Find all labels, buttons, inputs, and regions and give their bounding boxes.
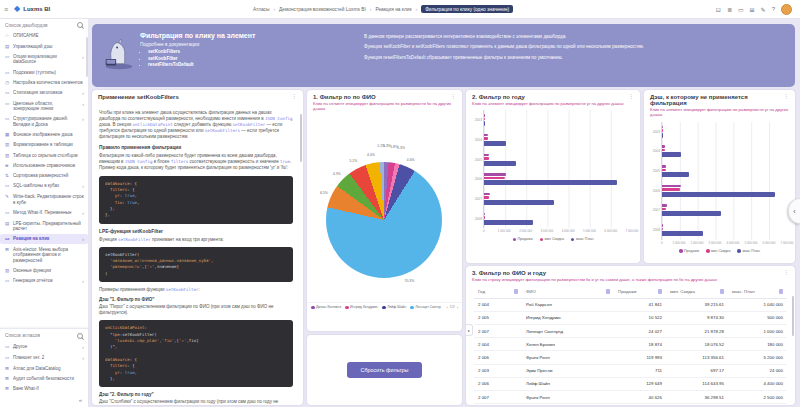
column-filter-icon[interactable] <box>658 289 663 294</box>
bar-2[interactable] <box>662 129 663 132</box>
bar-3[interactable] <box>484 141 506 146</box>
column-filter-icon[interactable] <box>720 289 725 294</box>
breadcrumb-item[interactable]: Реакция на клик <box>375 7 411 12</box>
table-row[interactable]: 2 006Фрэнк Ролл119 993113 356.615 200 00… <box>474 351 787 364</box>
sidebar-item[interactable]: ▦Фоновое изображение дэша <box>0 130 88 140</box>
table-row[interactable]: 2 007Фрэнк Ролл40 62636 298.512 500 000 <box>474 391 787 404</box>
bar-2[interactable] <box>662 208 666 211</box>
legend-item[interactable]: Ингрид Хендрикс <box>345 305 378 309</box>
sidebar-item[interactable]: ▥Таблица со скрытым столбцом <box>0 150 88 160</box>
pager-next-icon[interactable]: › <box>457 305 458 310</box>
bar-1[interactable] <box>662 126 663 129</box>
bar-3[interactable] <box>484 121 485 126</box>
legend-item[interactable]: Леннарт Скоглу <box>410 305 441 309</box>
bar-3[interactable] <box>662 152 681 157</box>
bar-2[interactable] <box>662 169 666 172</box>
table-row[interactable]: 2 005Ингрид Хендрикс10 5229 874.30500 00… <box>474 312 787 325</box>
bar-2[interactable] <box>484 157 489 160</box>
sidebar-item[interactable]: ▭SQL-шаблоны в кубах› <box>0 181 88 192</box>
banner-doc-link[interactable]: resetFiltersToDefault <box>148 62 340 69</box>
sidebar-item[interactable]: ▭Структурирование дашей: Вкладки и Доска… <box>0 114 88 130</box>
kebab-menu-icon[interactable]: ⋮ <box>450 94 456 99</box>
banner-doc-link[interactable]: setKoobFilter <box>148 56 340 63</box>
sidebar-item[interactable]: ▭Опции визуализации dataSource› <box>0 52 88 68</box>
table-header-cell[interactable]: макс. План <box>728 285 787 297</box>
bar-3[interactable] <box>484 220 533 225</box>
sidebar-item[interactable]: ✎Write-back. Редактирование строк в кубе <box>0 192 88 208</box>
bar-3[interactable] <box>484 161 516 166</box>
column-filter-icon[interactable] <box>779 289 784 294</box>
table-row[interactable]: 2 006Лейф Шайн129 649114 643.954 400 000 <box>474 378 787 391</box>
app-logo[interactable]: ◆ Luxms BI <box>14 5 50 13</box>
pie-chart-plot[interactable] <box>326 162 442 278</box>
banner-doc-link[interactable]: setKoobFilters <box>148 49 340 56</box>
sidebar-item[interactable]: ⊞Axis-elector. Меню выбора отображения ф… <box>0 244 88 265</box>
sidebar-item[interactable]: ▭Цветовые области, зонирующие линии› <box>0 98 88 114</box>
legend-item[interactable]: Лейф Шайн <box>382 305 406 309</box>
legend-item[interactable]: макс План <box>571 237 594 241</box>
atlas-item[interactable]: ▭Планшет ver. 2› <box>0 352 88 363</box>
comment-icon[interactable]: ▭ <box>738 6 744 13</box>
sidebar-item[interactable]: ▭Генерация отчётов› <box>0 276 88 287</box>
legend-item[interactable]: мин Скидка <box>706 249 730 253</box>
sidebar-item[interactable]: ◷Настройка количества сегментов <box>0 77 88 87</box>
table-row[interactable]: 2 005Хелен Бролин3 2142 234 <box>474 404 787 405</box>
legend-item[interactable]: Продажи <box>513 237 533 241</box>
bar-3[interactable] <box>662 192 775 197</box>
apps-icon[interactable]: ⊞ <box>750 6 755 13</box>
table-header-cell[interactable]: Продажи <box>614 285 666 297</box>
pager-prev-icon[interactable]: ‹ <box>446 305 447 310</box>
help-icon[interactable]: ? <box>772 6 775 12</box>
bar-1[interactable] <box>484 114 485 117</box>
bar-2[interactable] <box>484 137 488 140</box>
sidebar-item[interactable]: ▤LPE-скрипты. Предварительный расчет <box>0 218 88 234</box>
bar-1[interactable] <box>484 154 489 157</box>
kebab-menu-icon[interactable]: ⋮ <box>783 270 789 275</box>
kebab-menu-icon[interactable]: ⋮ <box>783 94 789 99</box>
bar-2[interactable] <box>484 118 485 121</box>
bar-1[interactable] <box>662 145 665 148</box>
sidebar-item-active[interactable]: ▭Реакция на клик› <box>0 234 88 245</box>
table-row[interactable]: 2 004Роб Каррсон41 84139 215.611 040 000 <box>474 299 787 312</box>
table-row[interactable]: 2 003Эрик Пресли711697.1724 000 <box>474 365 787 378</box>
bar-1[interactable] <box>484 213 485 216</box>
sidebar-item[interactable]: ▭Подсказки (тултипы) <box>0 67 88 77</box>
table-header-cell[interactable]: ФИО <box>522 285 614 297</box>
sidebar-item[interactable]: ▭Метод What-If. Переменные› <box>0 207 88 218</box>
sidebar-item[interactable]: ▥Оконные функции <box>0 265 88 275</box>
legend-item[interactable]: макс План <box>737 249 760 253</box>
atlas-item[interactable]: ⊞Банк What-If <box>0 384 88 394</box>
bar-3[interactable] <box>662 231 703 236</box>
sidebar-item[interactable]: ▭Стилизация заголовков› <box>0 88 88 99</box>
bar-3[interactable] <box>662 133 663 138</box>
bar-3[interactable] <box>662 172 689 177</box>
atlas-item[interactable]: ▭Другое› <box>0 342 88 353</box>
table-scrollbar[interactable] <box>792 296 795 336</box>
sidebar-item[interactable]: ☆ОПИСАНИЕ <box>0 31 88 41</box>
column-filter-icon[interactable] <box>514 289 519 294</box>
atlas-item[interactable]: ⊞Атлас для DataCatalog <box>0 363 88 373</box>
hamburger-menu-icon[interactable]: ≡ <box>4 6 8 13</box>
legend-item[interactable]: Джоан Коллинз <box>311 305 341 309</box>
breadcrumb-item[interactable]: Атласы <box>253 7 270 12</box>
kebab-menu-icon[interactable]: ⋮ <box>628 94 634 99</box>
bar-2[interactable] <box>662 228 663 231</box>
doc-panel-scrollbar[interactable] <box>300 114 303 162</box>
column-filter-icon[interactable] <box>606 289 611 294</box>
bar-2[interactable] <box>484 216 485 219</box>
bar-3[interactable] <box>484 180 617 185</box>
breadcrumb-item[interactable]: Демонстрация возможностей Luxms BI <box>279 7 366 12</box>
bar-1[interactable] <box>484 173 506 176</box>
table-header-cell[interactable]: Год <box>474 285 522 297</box>
atlas-item[interactable]: ⊞Аудит событий безопасности <box>0 373 88 383</box>
search-icon[interactable] <box>77 333 83 339</box>
list-icon[interactable]: ≣ <box>727 6 732 13</box>
legend-item[interactable]: мин Скидка <box>540 237 564 241</box>
reset-filters-button[interactable]: Сбросить фильтры <box>347 362 423 378</box>
table-header-cell[interactable]: мин. Скидка <box>666 285 728 297</box>
bar-1[interactable] <box>662 185 681 188</box>
sidebar-item[interactable]: ▤Управляющий дэш <box>0 41 88 51</box>
sidebar-item[interactable]: ▥Форматирование в таблицах <box>0 140 88 150</box>
export-icon[interactable]: ⊡ <box>716 6 721 13</box>
bar-3[interactable] <box>484 200 554 205</box>
